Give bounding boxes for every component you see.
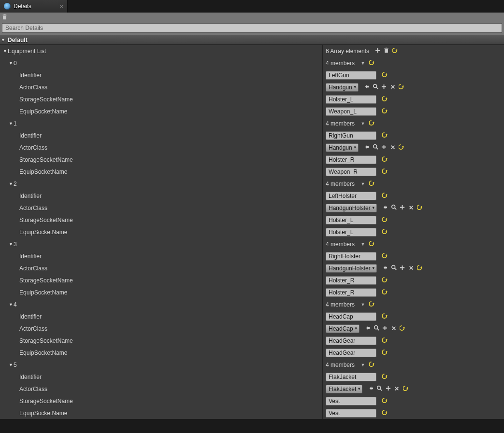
search-input[interactable] [2, 23, 502, 33]
text-input[interactable] [326, 336, 376, 345]
class-dropdown[interactable]: HandgunHolster▼ [326, 204, 377, 212]
reset-icon[interactable] [367, 241, 376, 248]
browse-icon[interactable] [389, 265, 398, 272]
reset-icon[interactable] [397, 84, 406, 91]
text-input[interactable] [326, 155, 376, 164]
text-input[interactable] [326, 192, 376, 200]
reset-icon[interactable] [367, 120, 376, 127]
reset-icon[interactable] [380, 108, 389, 115]
reset-icon[interactable] [398, 325, 407, 332]
new-asset-icon[interactable] [398, 205, 407, 211]
panel-tab-details[interactable]: Details × [0, 0, 68, 13]
expander-icon[interactable]: ▼ [9, 61, 14, 66]
reset-icon[interactable] [367, 301, 376, 308]
text-input[interactable] [326, 349, 376, 357]
use-selected-icon[interactable] [381, 205, 389, 211]
reset-icon[interactable] [380, 217, 389, 223]
text-input[interactable] [326, 276, 376, 285]
class-dropdown[interactable]: HandgunHolster▼ [326, 264, 377, 273]
text-input[interactable] [326, 397, 376, 405]
chevron-down-icon[interactable]: ▼ [359, 302, 367, 307]
new-asset-icon[interactable] [384, 386, 392, 392]
use-selected-icon[interactable] [362, 144, 371, 151]
reset-icon[interactable] [416, 265, 424, 272]
expander-icon[interactable]: ▼ [9, 302, 14, 307]
chevron-down-icon[interactable]: ▼ [359, 363, 367, 367]
reset-icon[interactable] [380, 277, 389, 284]
reset-icon[interactable] [380, 398, 389, 405]
reset-icon[interactable] [380, 229, 389, 236]
text-input[interactable] [326, 71, 376, 80]
expander-icon[interactable]: ▼ [3, 49, 8, 54]
use-selected-icon[interactable] [366, 386, 375, 392]
clear-icon[interactable] [389, 84, 397, 91]
browse-icon[interactable] [371, 144, 380, 151]
close-icon[interactable]: × [59, 3, 63, 10]
property-matrix-icon[interactable] [2, 14, 7, 21]
new-asset-icon[interactable] [380, 84, 389, 91]
clear-array-icon[interactable] [382, 47, 390, 55]
text-input[interactable] [326, 288, 376, 297]
reset-icon[interactable] [367, 60, 376, 67]
clear-icon[interactable] [392, 386, 401, 392]
reset-icon[interactable] [380, 193, 389, 199]
dropdown-label: HandgunHolster [329, 265, 371, 272]
expander-icon[interactable]: ▼ [9, 121, 14, 126]
reset-icon[interactable] [380, 72, 389, 79]
use-selected-icon[interactable] [381, 265, 389, 272]
expander-icon[interactable]: ▼ [9, 363, 14, 367]
new-asset-icon[interactable] [398, 265, 407, 272]
text-input[interactable] [326, 228, 376, 237]
class-dropdown[interactable]: Handgun▼ [326, 83, 359, 92]
text-input[interactable] [326, 107, 376, 116]
text-input[interactable] [326, 312, 376, 321]
clear-icon[interactable] [389, 144, 397, 151]
reset-icon[interactable] [380, 289, 389, 296]
add-element-icon[interactable] [373, 48, 382, 55]
reset-icon[interactable] [380, 337, 389, 344]
text-input[interactable] [326, 373, 376, 381]
clear-icon[interactable] [407, 205, 416, 211]
reset-icon[interactable] [380, 132, 389, 139]
class-dropdown[interactable]: HeadCap▼ [326, 324, 360, 333]
browse-icon[interactable] [372, 325, 381, 332]
new-asset-icon[interactable] [380, 144, 389, 151]
text-input[interactable] [326, 252, 376, 261]
new-asset-icon[interactable] [381, 325, 389, 332]
browse-icon[interactable] [371, 84, 380, 91]
chevron-down-icon[interactable]: ▼ [359, 61, 367, 66]
use-selected-icon[interactable] [363, 325, 372, 332]
class-dropdown[interactable]: FlakJacket▼ [326, 385, 362, 393]
text-input[interactable] [326, 131, 376, 140]
reset-icon[interactable] [380, 156, 389, 163]
class-dropdown[interactable]: Handgun▼ [326, 143, 359, 152]
text-input[interactable] [326, 95, 376, 104]
expander-icon[interactable]: ▼ [9, 242, 14, 247]
reset-icon[interactable] [401, 386, 410, 392]
clear-icon[interactable] [389, 325, 398, 332]
clear-icon[interactable] [407, 265, 416, 272]
text-input[interactable] [326, 216, 376, 224]
browse-icon[interactable] [375, 385, 384, 392]
reset-icon[interactable] [380, 410, 389, 417]
text-input[interactable] [326, 409, 376, 418]
category-header-default[interactable]: ▼ Default [0, 35, 504, 45]
browse-icon[interactable] [389, 204, 398, 211]
reset-icon[interactable] [380, 96, 389, 103]
reset-icon[interactable] [416, 205, 424, 211]
reset-icon[interactable] [380, 253, 389, 260]
reset-icon[interactable] [397, 144, 406, 151]
chevron-down-icon[interactable]: ▼ [359, 182, 367, 186]
reset-icon[interactable] [380, 374, 389, 380]
use-selected-icon[interactable] [362, 84, 371, 91]
reset-icon[interactable] [367, 362, 376, 368]
reset-icon[interactable] [390, 48, 399, 55]
reset-icon[interactable] [367, 181, 376, 187]
reset-icon[interactable] [380, 168, 389, 175]
chevron-down-icon[interactable]: ▼ [359, 121, 367, 126]
reset-icon[interactable] [380, 349, 389, 356]
reset-icon[interactable] [380, 313, 389, 320]
chevron-down-icon[interactable]: ▼ [359, 242, 367, 247]
text-input[interactable] [326, 168, 376, 176]
expander-icon[interactable]: ▼ [9, 182, 14, 186]
